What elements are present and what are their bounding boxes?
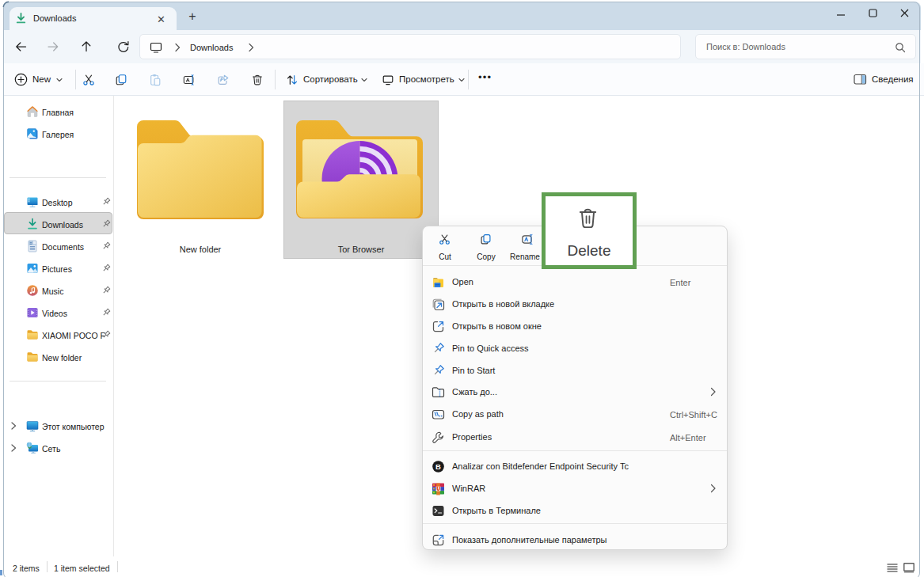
svg-text:B: B	[435, 462, 441, 471]
